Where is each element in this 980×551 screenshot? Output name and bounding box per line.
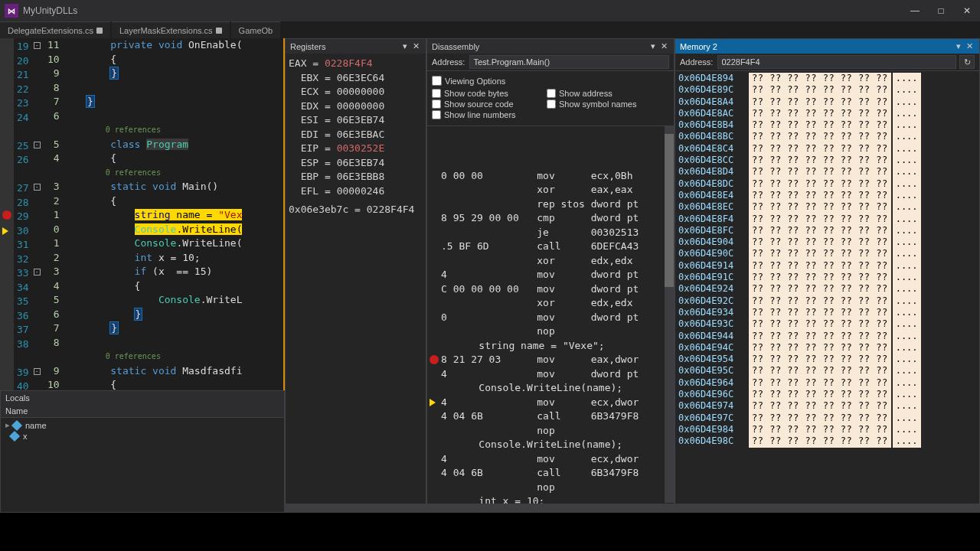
close-icon[interactable]: ✕ <box>658 41 669 51</box>
memory-row[interactable]: 0x06D4E92C?? ?? ?? ?? ?? ?? ?? ??.... <box>678 295 976 307</box>
pin-icon[interactable]: ▾ <box>648 41 658 51</box>
memory-row[interactable]: 0x06D4E954?? ?? ?? ?? ?? ?? ?? ??.... <box>678 354 976 365</box>
opt-source[interactable] <box>432 99 441 109</box>
viewing-options: Viewing Options Show code bytes Show sou… <box>427 71 674 126</box>
lock-icon <box>96 28 103 34</box>
disassembly-panel: Disassembly ▾ ✕ Address: Viewing Options… <box>426 38 675 513</box>
memory-row[interactable]: 0x06D4E8AC?? ?? ?? ?? ?? ?? ?? ??.... <box>678 108 976 119</box>
memory-listing[interactable]: 0x06D4E894?? ?? ?? ?? ?? ?? ?? ??....0x0… <box>675 71 979 449</box>
locals-column-header[interactable]: Name <box>1 405 284 418</box>
memory-row[interactable]: 0x06D4E95C?? ?? ?? ?? ?? ?? ?? ??.... <box>678 365 976 377</box>
fold-toggle[interactable]: - <box>34 368 41 375</box>
expand-icon[interactable]: ▸ <box>5 420 10 430</box>
pin-icon[interactable]: ▾ <box>400 41 410 51</box>
registers-panel: Registers ▾ ✕ EAX = 0228F4F4 EBX = 06E3E… <box>285 38 426 513</box>
registers-title: Registers <box>290 42 400 51</box>
memory-row[interactable]: 0x06D4E984?? ?? ?? ?? ?? ?? ?? ??.... <box>678 424 976 435</box>
memory-row[interactable]: 0x06D4E90C?? ?? ?? ?? ?? ?? ?? ??.... <box>678 248 976 259</box>
locals-item[interactable]: x <box>1 431 284 442</box>
breakpoint-icon[interactable] <box>430 355 439 364</box>
expand-icon[interactable] <box>5 432 8 441</box>
memory-row[interactable]: 0x06D4E904?? ?? ?? ?? ?? ?? ?? ??.... <box>678 236 976 248</box>
locals-panel: Locals Name ▸name x <box>0 390 285 513</box>
variable-icon <box>11 419 22 430</box>
memory-address-label: Address: <box>680 57 713 67</box>
memory-address-input[interactable] <box>717 55 956 69</box>
memory-row[interactable]: 0x06D4E964?? ?? ?? ?? ?? ?? ?? ??.... <box>678 377 976 389</box>
memory-row[interactable]: 0x06D4E944?? ?? ?? ?? ?? ?? ?? ??.... <box>678 331 976 342</box>
memory-row[interactable]: 0x06D4E89C?? ?? ?? ?? ?? ?? ?? ??.... <box>678 84 976 96</box>
memory-row[interactable]: 0x06D4E8CC?? ?? ?? ?? ?? ?? ?? ??.... <box>678 155 976 166</box>
fold-toggle[interactable]: - <box>34 42 41 49</box>
file-tab[interactable]: GameOb <box>231 21 281 38</box>
memory-title: Memory 2 <box>680 42 953 51</box>
memory-row[interactable]: 0x06D4E8D4?? ?? ?? ?? ?? ?? ?? ??.... <box>678 166 976 178</box>
memory-row[interactable]: 0x06D4E98C?? ?? ?? ?? ?? ?? ?? ??.... <box>678 435 976 447</box>
lock-icon <box>216 28 222 34</box>
memory-row[interactable]: 0x06D4E8A4?? ?? ?? ?? ?? ?? ?? ??.... <box>678 96 976 108</box>
fold-toggle[interactable]: - <box>34 184 41 191</box>
memory-row[interactable]: 0x06D4E8E4?? ?? ?? ?? ?? ?? ?? ??.... <box>678 190 976 201</box>
window-maximize-button[interactable]: □ <box>928 0 954 21</box>
disassembly-listing[interactable]: 0 00 00 mov ecx,0Bh xor eax,eax rep stos… <box>427 126 674 512</box>
memory-row[interactable]: 0x06D4E974?? ?? ?? ?? ?? ?? ?? ??.... <box>678 400 976 412</box>
memory-refresh-button[interactable]: ↻ <box>959 55 975 69</box>
locals-title: Locals <box>5 393 279 403</box>
pin-icon[interactable]: ▾ <box>953 41 964 51</box>
opt-lines[interactable] <box>432 110 441 119</box>
memory-row[interactable]: 0x06D4E93C?? ?? ?? ?? ?? ?? ?? ??.... <box>678 318 976 330</box>
memory-row[interactable]: 0x06D4E8EC?? ?? ?? ?? ?? ?? ?? ??.... <box>678 201 976 213</box>
variable-icon <box>9 431 20 442</box>
memory-row[interactable]: 0x06D4E96C?? ?? ?? ?? ?? ?? ?? ??.... <box>678 389 976 400</box>
memory-row[interactable]: 0x06D4E8C4?? ?? ?? ?? ?? ?? ?? ??.... <box>678 143 976 155</box>
opt-code-bytes[interactable] <box>432 89 441 98</box>
breakpoint-icon[interactable] <box>2 210 11 220</box>
close-icon[interactable]: ✕ <box>964 41 975 51</box>
close-icon[interactable]: ✕ <box>410 41 421 51</box>
disasm-address-label: Address: <box>432 57 465 67</box>
opt-symbols[interactable] <box>547 99 556 109</box>
disassembly-title: Disassembly <box>432 42 648 51</box>
window-close-button[interactable]: ✕ <box>954 0 980 21</box>
app-title: MyUnityDLLs <box>23 5 77 16</box>
memory-row[interactable]: 0x06D4E8FC?? ?? ?? ?? ?? ?? ?? ??.... <box>678 225 976 236</box>
vs-logo-icon: ⋈ <box>5 4 18 18</box>
file-tab[interactable]: DelegateExtensions.cs <box>0 21 110 38</box>
opt-address[interactable] <box>547 89 556 98</box>
disasm-address-input[interactable] <box>469 55 669 69</box>
memory-row[interactable]: 0x06D4E97C?? ?? ?? ?? ?? ?? ?? ??.... <box>678 412 976 424</box>
memory-row[interactable]: 0x06D4E8F4?? ?? ?? ?? ?? ?? ?? ??.... <box>678 214 976 225</box>
memory-row[interactable]: 0x06D4E934?? ?? ?? ?? ?? ?? ?? ??.... <box>678 307 976 318</box>
memory-row[interactable]: 0x06D4E8DC?? ?? ?? ?? ?? ?? ?? ??.... <box>678 178 976 190</box>
memory-row[interactable]: 0x06D4E914?? ?? ?? ?? ?? ?? ?? ??.... <box>678 260 976 272</box>
fold-toggle[interactable]: - <box>34 269 41 276</box>
title-bar: ⋈ MyUnityDLLs — □ ✕ <box>0 0 980 21</box>
memory-row[interactable]: 0x06D4E94C?? ?? ?? ?? ?? ?? ?? ??.... <box>678 342 976 354</box>
memory-panel: Memory 2 ▾ ✕ Address: ↻ 0x06D4E894?? ?? … <box>675 38 980 513</box>
memory-row[interactable]: 0x06D4E91C?? ?? ?? ?? ?? ?? ?? ??.... <box>678 272 976 283</box>
memory-row[interactable]: 0x06D4E8BC?? ?? ?? ?? ?? ?? ?? ??.... <box>678 131 976 142</box>
memory-row[interactable]: 0x06D4E8B4?? ?? ?? ?? ?? ?? ?? ??.... <box>678 119 976 131</box>
window-minimize-button[interactable]: — <box>902 0 928 21</box>
file-tab[interactable]: LayerMaskExtensions.cs <box>112 21 230 38</box>
fold-toggle[interactable]: - <box>34 142 41 148</box>
memory-row[interactable]: 0x06D4E894?? ?? ?? ?? ?? ?? ?? ??.... <box>678 73 976 84</box>
current-line-icon <box>430 399 436 406</box>
current-line-icon <box>2 227 8 235</box>
memory-row[interactable]: 0x06D4E924?? ?? ?? ?? ?? ?? ?? ??.... <box>678 283 976 295</box>
document-tabs: DelegateExtensions.csLayerMaskExtensions… <box>0 21 980 38</box>
viewing-options-toggle[interactable] <box>432 76 442 86</box>
disasm-v-scrollbar[interactable] <box>665 126 674 503</box>
locals-item[interactable]: ▸name <box>1 419 284 431</box>
